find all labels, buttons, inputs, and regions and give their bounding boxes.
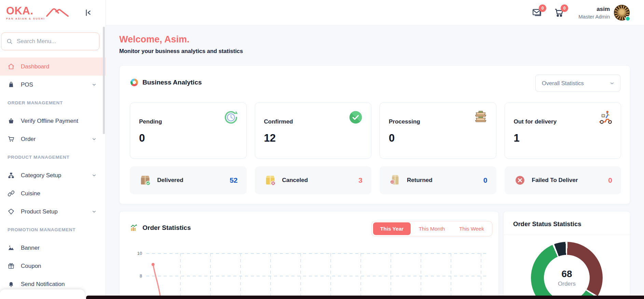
business-analytics-card: Business Analytics Overall Statistics Pe… (119, 65, 630, 204)
cart-button[interactable]: 0 (554, 8, 564, 18)
chevron-down-icon (92, 82, 97, 87)
order-stat-cards: Pending0Confirmed12Processing0Out for de… (130, 102, 621, 159)
stat-label: Confirmed (264, 118, 362, 125)
order-statistics-title: Order Statistics (142, 224, 191, 232)
avatar[interactable] (614, 5, 630, 21)
order-statistics-card: Order Statistics This YearThis MonthThis… (119, 211, 499, 299)
mini-stat-canceled[interactable]: Canceled3 (255, 166, 372, 194)
order-status-card: Order Status Statistics 68 Orders (503, 211, 630, 299)
sidebar-item-label: Product Setup (21, 208, 58, 215)
sidebar-item-label: Banner (21, 245, 40, 251)
returned-box-icon (388, 174, 401, 187)
stat-label: Processing (389, 118, 487, 125)
stat-card-processing[interactable]: Processing0 (380, 102, 496, 159)
sidebar-scrollbar[interactable] (103, 27, 105, 134)
sidebar-search[interactable] (1, 32, 99, 50)
sidebar-item-verify-offline-payment[interactable]: Verify Offline Payment (0, 112, 106, 130)
sidebar-item-coupon[interactable]: Coupon (0, 257, 106, 275)
canceled-box-icon (264, 174, 277, 187)
sidebar-item-label: Send Notification (21, 281, 65, 288)
mountain-icon (46, 7, 70, 18)
cart-badge: 0 (561, 4, 568, 12)
delivered-box-icon (139, 174, 152, 187)
stat-card-out-for-delivery[interactable]: Out for delivery1 (505, 102, 621, 159)
page-title: Welcome, Asim. (119, 34, 644, 45)
donut-total-label: Orders (558, 281, 576, 287)
sidebar-item-dashboard[interactable]: Dashboard (0, 57, 106, 76)
failed-circle-icon (513, 174, 526, 187)
statistics-filter-select[interactable]: Overall Statistics (535, 75, 620, 92)
sidebar-item-cuisine[interactable]: Cuisine (0, 184, 106, 203)
tab-this-year[interactable]: This Year (373, 222, 411, 235)
line-data-point (152, 263, 155, 266)
messages-button[interactable]: 0 (532, 8, 542, 18)
pie-chart-icon (131, 79, 138, 86)
statistics-filter-value: Overall Statistics (542, 80, 584, 87)
mini-stat-label: Delivered (157, 177, 183, 184)
messages-badge: 0 (539, 4, 546, 12)
stat-card-pending[interactable]: Pending0 (130, 102, 247, 159)
mini-stat-returned[interactable]: Returned0 (380, 166, 496, 194)
user-role: Master Admin (578, 14, 610, 20)
stat-value: 12 (264, 132, 362, 144)
mini-stat-value: 0 (483, 176, 488, 184)
search-input[interactable] (17, 38, 94, 45)
mini-stat-label: Failed To Deliver (532, 177, 578, 184)
logo-text: OKA. (6, 5, 45, 16)
stat-label: Pending (139, 118, 237, 125)
processing-box-icon (473, 109, 489, 125)
home-icon (8, 63, 15, 70)
mini-stat-failed-to-deliver[interactable]: Failed To Deliver0 (505, 166, 621, 194)
gift-icon (8, 262, 15, 270)
sidebar-item-banner[interactable]: Banner (0, 239, 106, 257)
mini-stat-value: 52 (230, 176, 237, 184)
online-status-dot (625, 16, 630, 21)
mini-stat-value: 0 (608, 176, 612, 184)
sidebar-item-label: Coupon (21, 263, 41, 270)
sidebar-section-promotion-management: PROMOTION MANAGEMENT (0, 221, 106, 239)
divider (504, 235, 630, 235)
chevron-down-icon (92, 173, 97, 178)
stat-value: 1 (514, 132, 612, 144)
topbar: 0 0 asim Master Admin (106, 0, 644, 25)
bell-icon (8, 281, 15, 288)
bar-chart-icon (130, 224, 138, 232)
tab-this-week[interactable]: This Week (452, 226, 491, 232)
bottom-popup-panel (0, 289, 85, 299)
donut-total: 68 (561, 269, 572, 280)
orders-line-series (153, 264, 167, 299)
basket-icon (8, 117, 15, 125)
sidebar-section-product-management: PRODUCT MANAGEMENT (0, 148, 106, 166)
bottom-window-edge (86, 296, 644, 299)
delivery-scooter-icon (598, 109, 613, 125)
order-status-title: Order Status Statistics (504, 211, 630, 228)
sidebar-item-label: Cuisine (21, 190, 40, 197)
mini-stat-value: 3 (358, 176, 362, 184)
sidebar-item-pos[interactable]: POS (0, 76, 106, 94)
sidebar-item-label: Category Setup (21, 172, 61, 179)
sidebar-item-label: Verify Offline Payment (21, 118, 78, 125)
sidebar-item-category-setup[interactable]: Category Setup (0, 166, 106, 184)
tab-this-month[interactable]: This Month (411, 226, 452, 232)
image-icon (8, 244, 15, 251)
order-mini-stats: Delivered52Canceled3Returned0Failed To D… (130, 166, 621, 194)
order-statistics-period-tabs: This YearThis MonthThis Week (371, 221, 492, 236)
pending-clock-icon (223, 109, 239, 125)
link-icon (8, 190, 15, 197)
diamond-icon (8, 208, 15, 215)
order-status-donut-chart: 68 Orders (531, 242, 603, 299)
sidebar-item-product-setup[interactable]: Product Setup (0, 203, 106, 221)
stat-value: 0 (389, 132, 487, 144)
stat-card-confirmed[interactable]: Confirmed12 (255, 102, 372, 159)
sidebar-collapse-icon[interactable] (83, 8, 92, 17)
user-menu[interactable]: asim Master Admin (578, 6, 610, 20)
mini-stat-delivered[interactable]: Delivered52 (130, 166, 247, 194)
sidebar-item-label: Dashboard (21, 63, 49, 70)
chevron-down-icon (92, 209, 97, 214)
sitemap-icon (8, 172, 15, 179)
chevron-down-icon (92, 136, 97, 142)
business-analytics-title: Business Analytics (142, 79, 202, 86)
sidebar-item-order[interactable]: Order (0, 130, 106, 148)
main-content: Welcome, Asim. Monitor your business ana… (106, 25, 644, 299)
mini-stat-label: Canceled (282, 177, 308, 184)
